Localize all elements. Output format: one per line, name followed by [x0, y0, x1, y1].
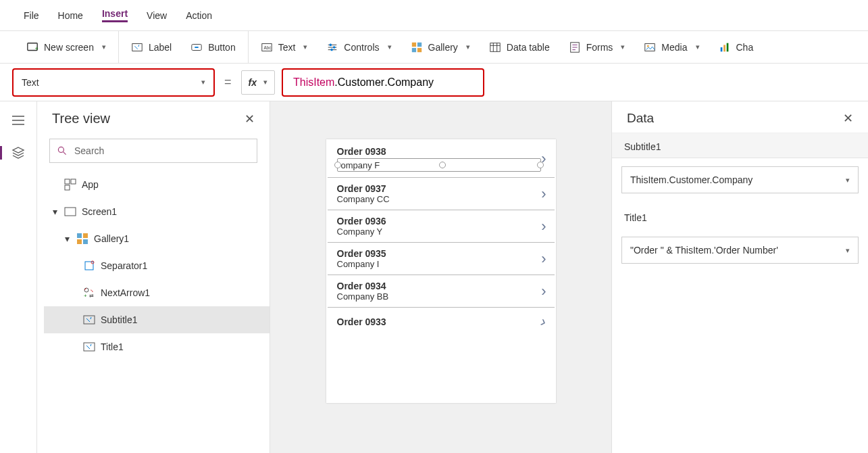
gallery-item[interactable]: Order 0938ompany F› [328, 141, 555, 177]
svg-rect-36 [84, 343, 95, 351]
main-area: Tree view ✕ Search App ▾ Screen1 ▾ Galle… [0, 101, 868, 453]
fx-expand-button[interactable]: fx▾ [241, 70, 275, 95]
svg-rect-23 [71, 179, 76, 184]
tree-node-separator[interactable]: Separator1 [44, 252, 270, 279]
layers-icon[interactable] [11, 146, 25, 160]
nextarrow-icon: +⇄ [83, 287, 95, 299]
chevron-down-icon: ▾ [466, 43, 470, 51]
gallery-item-subtitle: Company BB [337, 291, 542, 302]
svg-point-9 [331, 48, 334, 51]
data-panel-title: Data [627, 111, 654, 126]
charts-button[interactable]: Cha [709, 41, 763, 53]
svg-rect-19 [723, 45, 725, 51]
tree-node-label: NextArrow1 [101, 287, 150, 298]
tree-search-input[interactable]: Search [49, 139, 257, 163]
equals-sign: = [222, 75, 234, 89]
label-label: Label [149, 42, 172, 53]
search-icon [57, 145, 68, 156]
tree-node-label: Subtitle1 [101, 314, 137, 325]
data-field-subtitle-label: Subtitle1 [612, 133, 868, 158]
svg-rect-29 [83, 239, 88, 244]
property-selector[interactable]: Text▾ [12, 68, 215, 97]
svg-rect-28 [77, 239, 82, 244]
gallery-item[interactable]: Order 0933› [328, 307, 555, 336]
datatable-label: Data table [507, 42, 550, 53]
label-icon [83, 341, 95, 353]
menu-file[interactable]: File [24, 10, 39, 21]
gallery-item-title: Order 0935 [337, 248, 542, 259]
svg-point-21 [58, 147, 63, 152]
forms-button[interactable]: Forms▾ [559, 41, 635, 53]
resize-handle[interactable] [439, 162, 446, 168]
chevron-down-icon: ▾ [388, 43, 392, 51]
svg-rect-11 [417, 42, 421, 46]
gallery-item-title: Order 0933 [337, 316, 542, 327]
tree-node-screen[interactable]: ▾ Screen1 [44, 198, 270, 225]
svg-rect-14 [490, 43, 500, 51]
formula-token-member: Customer [338, 76, 384, 89]
svg-text:Abc: Abc [263, 45, 271, 49]
datatable-button[interactable]: Data table [480, 41, 559, 53]
svg-text:+: + [35, 45, 39, 52]
property-label: Text [22, 77, 39, 88]
gallery-item[interactable]: Order 0934Company BB› [328, 275, 555, 307]
chevron-right-icon[interactable]: › [541, 185, 546, 203]
svg-rect-18 [720, 47, 722, 51]
gallery-item[interactable]: Order 0936Company Y› [328, 210, 555, 242]
chevron-right-icon[interactable]: › [541, 283, 546, 300]
tree-node-title[interactable]: Title1 [44, 333, 270, 360]
svg-point-8 [333, 46, 336, 49]
menu-insert[interactable]: Insert [102, 8, 128, 22]
gallery-item[interactable]: Order 0937Company CC› [328, 177, 555, 210]
chevron-down-icon: ▾ [263, 78, 267, 87]
tree-node-gallery[interactable]: ▾ Gallery1 [44, 225, 270, 252]
new-screen-button[interactable]: + New screen▾ [17, 41, 116, 53]
tree-node-app[interactable]: App [44, 171, 270, 198]
menu-bar: File Home Insert View Action [0, 0, 868, 31]
svg-rect-22 [65, 179, 70, 184]
tree-node-nextarrow[interactable]: +⇄ NextArrow1 [44, 279, 270, 306]
forms-label: Forms [586, 42, 613, 53]
screen-icon: + [26, 41, 39, 53]
selected-subtitle-control[interactable]: ompany F [337, 158, 542, 172]
screen-icon [64, 206, 76, 218]
close-icon[interactable]: ✕ [843, 111, 853, 126]
chevron-right-icon[interactable]: › [541, 218, 546, 235]
data-panel: Data ✕ Subtitle1 ThisItem.Customer.Compa… [611, 101, 868, 453]
gallery-item-title: Order 0934 [337, 281, 542, 291]
button-button[interactable]: Button [181, 41, 245, 53]
resize-handle[interactable] [334, 162, 341, 168]
media-button[interactable]: Media▾ [634, 41, 709, 53]
hamburger-icon[interactable] [11, 114, 25, 127]
close-icon[interactable]: ✕ [245, 112, 255, 126]
menu-action[interactable]: Action [186, 10, 212, 21]
app-icon [64, 178, 76, 191]
tree-node-subtitle[interactable]: Subtitle1 [44, 306, 270, 333]
data-field-subtitle-select[interactable]: ThisItem.Customer.Company▾ [621, 166, 859, 193]
chevron-right-icon[interactable]: › [541, 250, 546, 268]
left-rail [0, 101, 37, 453]
forms-icon [569, 41, 581, 53]
svg-rect-35 [84, 316, 95, 324]
controls-button[interactable]: Controls▾ [317, 41, 401, 53]
data-field-title-select[interactable]: "Order " & ThisItem.'Order Number'▾ [621, 237, 859, 264]
gallery-item-title: Order 0938 [337, 146, 542, 157]
tree-node-label: App [82, 179, 99, 190]
svg-rect-24 [65, 185, 70, 190]
media-icon [644, 41, 656, 53]
gallery-item[interactable]: Order 0935Company I› [328, 242, 555, 275]
text-button[interactable]: Abc Text▾ [251, 41, 317, 53]
label-button[interactable]: Label [122, 41, 181, 53]
formula-input[interactable]: ThisItem.Customer.Company [282, 68, 484, 97]
resize-handle[interactable] [537, 162, 544, 168]
device-preview: Order 0938ompany F›Order 0937Company CC›… [326, 139, 556, 403]
tree-node-label: Screen1 [82, 206, 117, 217]
menu-home[interactable]: Home [58, 10, 83, 21]
charts-label: Cha [736, 42, 754, 53]
gallery-button[interactable]: Gallery▾ [401, 41, 480, 53]
canvas-area[interactable]: Order 0938ompany F›Order 0937Company CC›… [270, 101, 611, 453]
svg-text:⇄: ⇄ [89, 293, 94, 299]
menu-view[interactable]: View [147, 10, 167, 21]
separator-icon [83, 260, 95, 272]
gallery-item-subtitle: Company I [337, 259, 542, 269]
